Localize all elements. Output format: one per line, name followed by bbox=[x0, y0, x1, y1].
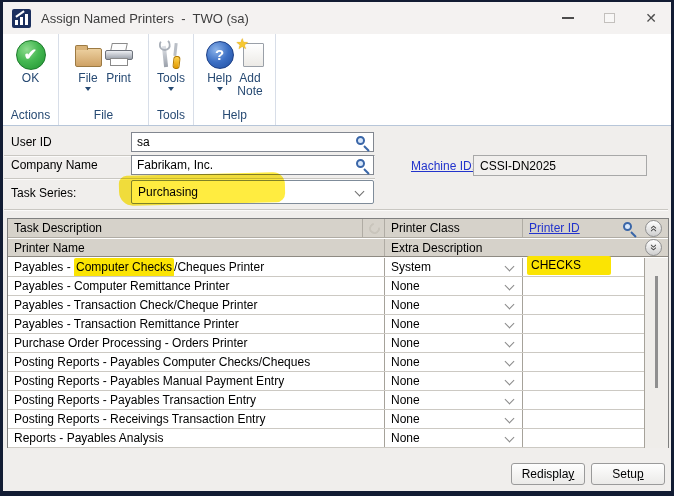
chevron-down-icon bbox=[505, 281, 515, 291]
scrollbar-thumb[interactable] bbox=[655, 276, 658, 388]
user-id-lookup-button[interactable] bbox=[355, 135, 371, 150]
toolbar: ✔ OK Actions File Print File bbox=[3, 34, 671, 126]
printer-id-lookup-button[interactable] bbox=[622, 221, 638, 236]
chevron-down-icon bbox=[505, 433, 515, 443]
setup-button[interactable]: Setup bbox=[591, 463, 665, 485]
add-note-button[interactable]: ★ Add Note bbox=[237, 37, 264, 98]
user-id-field[interactable]: sa bbox=[131, 132, 374, 152]
chevron-down-icon bbox=[505, 262, 515, 272]
toolbar-group-file: File Print File bbox=[59, 34, 149, 125]
assign-named-printers-window: Assign Named Printers - TWO (sa) ✕ ✔ OK … bbox=[0, 0, 674, 496]
folder-icon bbox=[75, 48, 102, 67]
printer-class-dropdown[interactable]: None bbox=[384, 391, 522, 409]
group-label-actions: Actions bbox=[3, 107, 58, 125]
printer-id-cell[interactable] bbox=[522, 410, 644, 428]
user-id-label: User ID bbox=[11, 135, 52, 149]
user-id-value: sa bbox=[137, 135, 150, 149]
task-description-cell: Posting Reports - Receivings Transaction… bbox=[8, 410, 384, 428]
printer-id-cell[interactable] bbox=[522, 391, 644, 409]
minimize-icon[interactable] bbox=[562, 17, 574, 19]
file-button[interactable]: File bbox=[75, 37, 102, 91]
printer-class-dropdown[interactable]: None bbox=[384, 353, 522, 371]
table-row: Payables - Transaction Check/Cheque Prin… bbox=[8, 296, 668, 315]
company-name-label: Company Name bbox=[11, 158, 98, 172]
double-chevron-up-icon: « bbox=[646, 225, 661, 232]
ok-check-icon: ✔ bbox=[16, 40, 46, 70]
printer-class-dropdown[interactable]: None bbox=[384, 372, 522, 390]
printer-id-cell[interactable] bbox=[522, 296, 644, 314]
divider bbox=[4, 209, 668, 211]
printer-class-dropdown[interactable]: None bbox=[384, 334, 522, 352]
group-label-tools: Tools bbox=[149, 107, 193, 125]
company-lookup-button[interactable] bbox=[355, 158, 371, 173]
task-description-cell: Posting Reports - Payables Transaction E… bbox=[8, 391, 384, 409]
table-row: Payables - Computer Checks/Cheques Print… bbox=[8, 258, 668, 277]
table-scrollbar[interactable] bbox=[644, 258, 668, 448]
printer-id-cell[interactable] bbox=[522, 315, 644, 333]
task-series-value: Purchasing bbox=[138, 185, 198, 199]
highlight-computer-checks: Computer Checks bbox=[74, 258, 174, 276]
task-description-cell: Payables - Transaction Check/Cheque Prin… bbox=[8, 296, 384, 314]
extra-description-header: Extra Description bbox=[384, 239, 644, 256]
help-button[interactable]: ? Help bbox=[206, 37, 234, 91]
printer-id-cell[interactable] bbox=[522, 277, 644, 295]
company-name-field[interactable]: Fabrikam, Inc. bbox=[131, 155, 374, 175]
ok-button[interactable]: ✔ OK bbox=[16, 37, 46, 85]
printer-id-cell[interactable] bbox=[522, 353, 644, 371]
refresh-arc-icon bbox=[367, 221, 382, 236]
table-row: Payables - Computer Remittance Printer N… bbox=[8, 277, 668, 296]
printer-id-cell[interactable] bbox=[522, 334, 644, 352]
printer-class-dropdown[interactable]: None bbox=[384, 277, 522, 295]
titlebar: Assign Named Printers - TWO (sa) ✕ bbox=[3, 2, 671, 34]
task-description-header[interactable]: Task Description bbox=[8, 219, 362, 237]
table-row: Posting Reports - Payables Manual Paymen… bbox=[8, 372, 668, 391]
task-description-cell: Posting Reports - Payables Computer Chec… bbox=[8, 353, 384, 371]
chevron-down-icon bbox=[505, 395, 515, 405]
task-description-cell: Payables - Transaction Remittance Printe… bbox=[8, 315, 384, 333]
help-button-label: Help bbox=[207, 72, 232, 85]
printer-class-dropdown[interactable]: None bbox=[384, 315, 522, 333]
printer-id-cell[interactable] bbox=[522, 429, 644, 447]
redisplay-button[interactable]: Redisplay bbox=[511, 463, 585, 485]
help-dropdown-icon bbox=[217, 87, 223, 91]
printers-table: Task Description Printer Class Printer I… bbox=[7, 218, 669, 448]
task-description-cell: Payables - Computer Checks/Cheques Print… bbox=[8, 258, 384, 276]
printer-class-dropdown[interactable]: System bbox=[384, 258, 522, 276]
close-icon[interactable]: ✕ bbox=[645, 11, 657, 25]
form-area: User ID sa Company Name Fabrikam, Inc. M… bbox=[3, 127, 671, 491]
task-series-dropdown[interactable]: Purchasing bbox=[131, 180, 374, 204]
printer-icon bbox=[105, 43, 133, 67]
table-row: Posting Reports - Receivings Transaction… bbox=[8, 410, 668, 429]
printer-class-dropdown[interactable]: None bbox=[384, 296, 522, 314]
printer-class-dropdown[interactable]: None bbox=[384, 410, 522, 428]
window-title: Assign Named Printers - TWO (sa) bbox=[41, 11, 249, 26]
task-series-label: Task Series: bbox=[11, 186, 76, 200]
table-row: Purchase Order Processing - Orders Print… bbox=[8, 334, 668, 353]
file-dropdown-icon bbox=[85, 87, 91, 91]
scroll-to-top-button[interactable]: « bbox=[645, 220, 662, 237]
table-body: Payables - Computer Checks/Cheques Print… bbox=[8, 258, 668, 448]
file-button-label: File bbox=[78, 72, 97, 85]
task-description-cell: Payables - Computer Remittance Printer bbox=[8, 277, 384, 295]
table-header-row-1: Task Description Printer Class Printer I… bbox=[8, 219, 668, 238]
highlight-checks: CHECKS bbox=[527, 256, 611, 275]
printer-id-header-link[interactable]: Printer ID bbox=[522, 219, 620, 237]
tools-button-label: Tools bbox=[157, 72, 185, 85]
scroll-to-bottom-button[interactable]: « bbox=[645, 239, 662, 256]
chevron-down-icon bbox=[505, 319, 515, 329]
toolbar-group-actions: ✔ OK Actions bbox=[3, 34, 59, 125]
printer-class-header[interactable]: Printer Class bbox=[384, 219, 522, 237]
machine-id-link[interactable]: Machine ID: bbox=[411, 159, 475, 173]
toolbar-group-help: ? Help ★ Add Note Help bbox=[194, 34, 276, 125]
printer-name-header: Printer Name bbox=[8, 239, 384, 256]
printer-class-dropdown[interactable]: None bbox=[384, 429, 522, 447]
printer-id-cell[interactable]: CHECKS bbox=[522, 258, 644, 276]
table-row: Payables - Transaction Remittance Printe… bbox=[8, 315, 668, 334]
print-button[interactable]: Print bbox=[105, 37, 133, 85]
chevron-down-icon bbox=[505, 338, 515, 348]
chevron-down-icon bbox=[355, 187, 365, 197]
printer-id-cell[interactable] bbox=[522, 372, 644, 390]
task-description-cell: Reports - Payables Analysis bbox=[8, 429, 384, 447]
add-note-label-line2: Note bbox=[237, 85, 262, 98]
tools-button[interactable]: Tools bbox=[157, 37, 185, 91]
